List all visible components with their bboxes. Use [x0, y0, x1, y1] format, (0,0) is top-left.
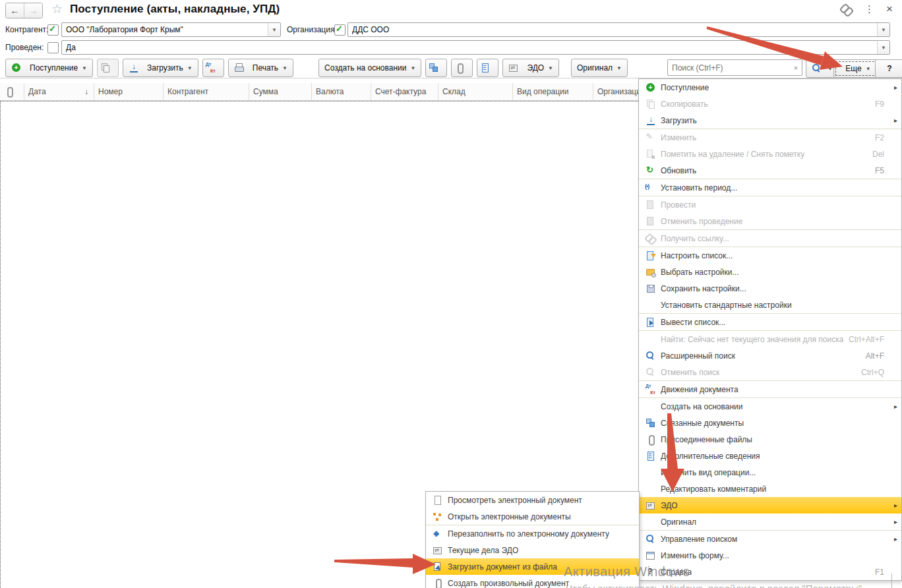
more-menu-item[interactable]: ОбновитьF5 [639, 162, 901, 179]
back-button[interactable]: ← [6, 3, 24, 18]
posted-field[interactable]: ▼ [61, 40, 890, 55]
nav-button-group: ← → [5, 3, 43, 18]
load-button[interactable]: Загрузить▼ [123, 59, 198, 77]
organization-field[interactable]: ▼ [347, 22, 890, 37]
configure-list-icon [646, 251, 656, 260]
clear-search-icon[interactable]: × [790, 64, 802, 72]
document-movements-button[interactable] [202, 59, 224, 77]
attached-files-button[interactable] [451, 59, 473, 77]
choose-settings-icon [646, 268, 656, 277]
more-menu-item-label: Создать на основании [661, 402, 743, 411]
edo-button[interactable]: ЭДО▼ [502, 59, 559, 77]
more-menu-item[interactable]: Создать на основании▸ [639, 398, 901, 415]
column-header-Валюта[interactable]: Валюта [312, 83, 371, 100]
more-menu-item-label: Настроить список... [661, 251, 733, 260]
more-options-icon[interactable]: ⋮ [864, 3, 874, 15]
search-field[interactable]: × [667, 59, 802, 76]
more-menu-item[interactable]: Сохранить настройки... [639, 280, 901, 297]
column-header-Счет-фактура[interactable]: Счет-фактура [371, 83, 438, 100]
edo-submenu-item-label: Загрузить документ из файла [448, 562, 557, 572]
create-receipt-button[interactable]: Поступление▼ [5, 59, 93, 77]
related-docs-button[interactable] [425, 59, 447, 77]
more-menu-item[interactable]: Загрузить▸ [639, 112, 901, 129]
more-menu-item[interactable]: Редактировать комментарий [639, 481, 901, 497]
more-menu-item-label: Получить ссылку... [661, 234, 729, 243]
favorite-star-icon[interactable]: ☆ [51, 1, 63, 16]
more-menu-item[interactable]: Установить период... [639, 179, 901, 196]
search-input[interactable] [668, 63, 790, 73]
create-based-on-button[interactable]: Создать на основании▼ [318, 59, 421, 77]
organization-input[interactable] [348, 23, 877, 36]
organization-checkbox[interactable] [334, 24, 346, 36]
more-menu-item[interactable]: Движения документа [639, 381, 901, 397]
get-link-icon[interactable] [841, 3, 853, 15]
shortcut-label: F5 [875, 166, 891, 175]
more-menu-item-label: Изменить форму... [661, 551, 729, 560]
help-button[interactable]: ? [875, 59, 902, 78]
column-header-Склад[interactable]: Склад [438, 83, 513, 100]
edo-submenu-item[interactable]: Открыть электронные документы [426, 508, 639, 525]
more-menu-item[interactable]: Поступление▸ [639, 79, 901, 96]
edo-submenu-item[interactable]: Просмотреть электронный документ [426, 492, 639, 508]
posted-input[interactable] [62, 41, 877, 54]
edo-submenu-item-label: Перезаполнить по электронному документу [448, 529, 609, 539]
column-header-Вид операции[interactable]: Вид операции [513, 83, 593, 100]
search-icon [646, 535, 656, 544]
more-menu-item[interactable]: Выбрать настройки... [639, 264, 901, 280]
shortcut-label: Ctrl+Alt+F [849, 335, 891, 344]
close-icon[interactable]: × [886, 3, 893, 15]
edo-submenu-item-label: Открыть электронные документы [448, 512, 571, 521]
more-menu-item-label: Установить стандартные настройки [661, 301, 792, 310]
open-docs-icon [433, 512, 443, 521]
print-button[interactable]: Печать▼ [228, 59, 293, 77]
more-menu-item-label: Выбрать настройки... [661, 268, 738, 277]
more-menu-item[interactable]: Присоединенные файлы [639, 431, 901, 448]
more-menu-item[interactable]: Связанные документы [639, 415, 901, 431]
app-window: ← → ☆ Поступление (акты, накладные, УПД)… [0, 0, 902, 588]
posted-checkbox[interactable] [47, 42, 59, 53]
search-icon [812, 64, 822, 73]
shortcut-label: Alt+F [866, 351, 891, 361]
edo-submenu-item[interactable]: Перезаполнить по электронному документу [426, 525, 639, 542]
more-menu-item[interactable]: Установить стандартные настройки [639, 297, 901, 313]
edo-submenu-item[interactable]: Текущие дела ЭДО [426, 542, 639, 558]
no-icon [646, 485, 656, 494]
column-header-Дата[interactable]: Дата↓ [24, 83, 94, 100]
column-header-attachments[interactable] [0, 83, 24, 100]
page-title: Поступление (акты, накладные, УПД) [70, 3, 280, 16]
counterparty-checkbox[interactable] [47, 24, 59, 36]
column-header-Контрагент[interactable]: Контрагент [164, 83, 249, 100]
column-header-Номер[interactable]: Номер [94, 83, 164, 100]
more-menu-item[interactable]: Изменить форму... [639, 547, 901, 564]
organization-dropdown-icon[interactable]: ▼ [877, 23, 889, 36]
create-receipt-button-label: Поступление [30, 63, 78, 73]
refresh-icon [646, 166, 656, 175]
command-bar: Поступление▼Загрузить▼Печать▼Создать на … [0, 58, 902, 78]
edo-submenu-item-label: Просмотреть электронный документ [448, 496, 582, 505]
more-menu-item[interactable]: Оригинал▸ [639, 514, 901, 530]
column-label: Дата [28, 87, 46, 96]
more-menu-item[interactable]: ЭДО▸ [639, 497, 901, 514]
more-menu-item[interactable]: Изменить вид операции... [639, 464, 901, 481]
additional-info-button[interactable] [477, 59, 498, 77]
counterparty-field[interactable]: ▼ [61, 22, 281, 37]
submenu-arrow-icon: ▸ [891, 84, 897, 91]
counterparty-dropdown-icon[interactable]: ▼ [268, 23, 280, 36]
original-button[interactable]: Оригинал▼ [571, 59, 628, 77]
chevron-down-icon: ▼ [410, 65, 415, 71]
more-menu-item[interactable]: Управление поиском▸ [639, 531, 901, 547]
print-button-label: Печать [253, 63, 278, 73]
column-header-Сумма[interactable]: Сумма [249, 83, 312, 100]
more-menu-item-label: Обновить [661, 166, 696, 175]
more-menu-item: Отменить проведение [639, 213, 901, 229]
more-menu-item[interactable]: Вывести список... [639, 314, 901, 330]
post-icon [646, 200, 656, 210]
column-label: Вид операции [517, 87, 569, 96]
more-menu-item: Провести [639, 196, 901, 213]
counterparty-input[interactable] [62, 23, 268, 36]
more-menu-item[interactable]: Настроить список... [639, 247, 901, 264]
more-menu-item[interactable]: Расширенный поискAlt+F [639, 347, 901, 364]
posted-dropdown-icon[interactable]: ▼ [877, 41, 889, 54]
paperclip-icon [4, 87, 15, 96]
more-menu-item[interactable]: Дополнительные сведения [639, 448, 901, 464]
